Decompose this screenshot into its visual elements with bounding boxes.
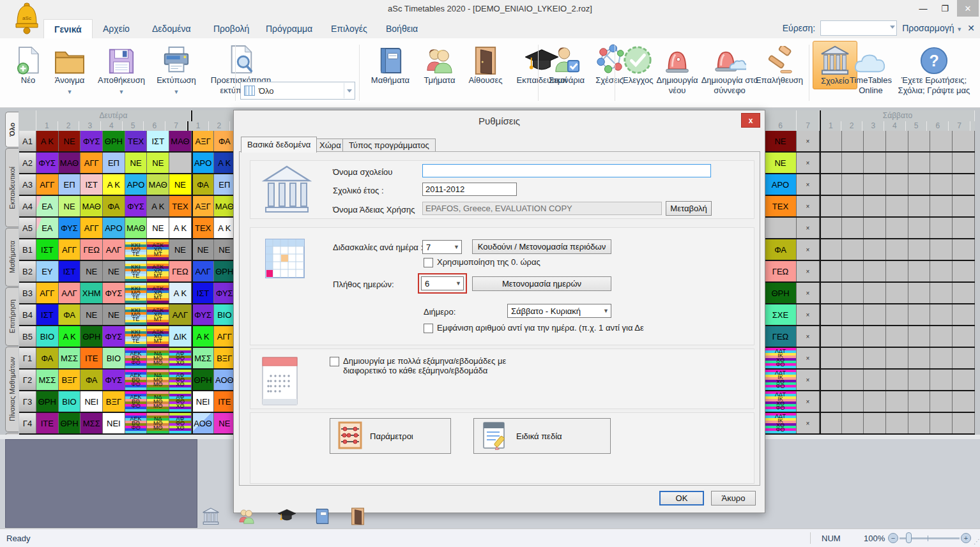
timetable-cell[interactable] bbox=[820, 370, 842, 390]
timetable-cell[interactable]: ΜΣΣ bbox=[36, 370, 59, 390]
save-dropdown-icon[interactable]: ▼ bbox=[119, 87, 125, 97]
timetable-cell[interactable] bbox=[842, 174, 864, 195]
timetable-cell[interactable] bbox=[820, 174, 842, 195]
timetable-cell[interactable] bbox=[820, 196, 842, 216]
timetable-cell[interactable] bbox=[169, 153, 192, 173]
timetable-cell[interactable]: × bbox=[797, 196, 820, 216]
row-header[interactable]: Α4 bbox=[19, 196, 36, 216]
timetable-cell[interactable]: ΝΕΙ bbox=[80, 391, 103, 412]
timetable-cell[interactable] bbox=[908, 326, 931, 347]
timetable-cell[interactable]: ΑΡΟ bbox=[103, 218, 125, 238]
timetable-cell[interactable]: ΜΑΘ bbox=[214, 196, 234, 216]
timetable-cell[interactable] bbox=[930, 348, 953, 368]
timetable-cell[interactable] bbox=[842, 283, 864, 303]
timetable-cell[interactable] bbox=[864, 391, 886, 412]
dialog-tab-basic-data[interactable]: Βασικά δεδομένα bbox=[241, 137, 317, 153]
timetable-cell[interactable] bbox=[908, 174, 931, 195]
tab-options[interactable]: Επιλογές bbox=[321, 19, 378, 38]
tab-help[interactable]: Βοήθεια bbox=[376, 19, 428, 38]
row-header[interactable]: Γ3 bbox=[19, 391, 36, 412]
timetable-cell[interactable]: ΛΔΤΙΚΧΘΦΘ bbox=[765, 391, 797, 412]
timetable-cell[interactable]: ΝΕ bbox=[214, 413, 234, 433]
timetable-cell[interactable]: ΘΡΗ bbox=[36, 391, 59, 412]
verify-button[interactable]: Επαλήθευση bbox=[753, 42, 806, 86]
timetable-cell[interactable]: ΙΤΕ bbox=[36, 413, 59, 433]
timetable-cell[interactable]: ΤΕΧ bbox=[169, 196, 192, 216]
row-header[interactable]: Α2 bbox=[19, 153, 36, 173]
timetable-cell[interactable]: ΚΚΙΜΘΤΕ bbox=[125, 326, 148, 347]
timetable-cell[interactable]: ΦΥΣ bbox=[125, 196, 148, 216]
timetable-cell[interactable]: ΦΥΣ bbox=[103, 370, 125, 390]
timetable-cell[interactable]: ΜΑΘ bbox=[147, 174, 169, 195]
timetable-cell[interactable]: ΑΓΓ bbox=[36, 174, 59, 195]
timetable-cell[interactable] bbox=[864, 261, 886, 281]
timetable-cell[interactable]: ΒΞΓ bbox=[59, 370, 81, 390]
timetable-cell[interactable] bbox=[953, 370, 975, 390]
timetable-cell[interactable] bbox=[908, 153, 931, 173]
timetable-cell[interactable]: ΑΦΦΘΧΘ bbox=[169, 348, 192, 368]
timetable-cell[interactable]: × bbox=[797, 239, 820, 260]
timetable-cell[interactable]: ΚΚΙΜΘΤΕ bbox=[125, 304, 148, 325]
timetable-cell[interactable] bbox=[886, 218, 908, 238]
timetable-cell[interactable] bbox=[953, 348, 975, 368]
timetable-cell[interactable]: ΑΓΓ bbox=[80, 153, 103, 173]
timetable-cell[interactable]: ΑΞΚΧΘΜΤ bbox=[147, 326, 169, 347]
timetable-cell[interactable] bbox=[842, 370, 864, 390]
questions-button[interactable]: ? Έχετε Ερωτήσεις; Σχόλια; Γράψτε μας bbox=[893, 42, 975, 96]
timetable-cell[interactable]: ΒΙΟ bbox=[103, 348, 125, 368]
school-year-input[interactable]: 2011-2012 bbox=[422, 183, 517, 196]
timetable-cell[interactable]: ΦΑ bbox=[103, 196, 125, 216]
timetable-cell[interactable]: ΑΓΓ bbox=[36, 283, 59, 303]
timetable-cell[interactable] bbox=[842, 391, 864, 412]
timetable-cell[interactable]: ΤΕΧ bbox=[765, 196, 797, 216]
timetable-cell[interactable] bbox=[864, 196, 886, 216]
new-button[interactable]: Νέο bbox=[14, 42, 42, 86]
timetable-cell[interactable] bbox=[842, 239, 864, 260]
print-button[interactable]: Εκτύπωση▼ bbox=[151, 42, 202, 97]
timetable-cell[interactable]: ΘΡΗ bbox=[103, 131, 125, 151]
days-count-select[interactable]: 6▼ bbox=[421, 276, 464, 290]
timetable-cell[interactable] bbox=[953, 261, 975, 281]
timetable-cell[interactable] bbox=[953, 239, 975, 260]
cancel-button[interactable]: Άκυρο bbox=[711, 491, 756, 506]
row-header[interactable]: Β3 bbox=[19, 283, 36, 303]
timetable-cell[interactable] bbox=[886, 283, 908, 303]
checkbox-icon[interactable] bbox=[424, 324, 433, 333]
print-dropdown-icon[interactable]: ▼ bbox=[174, 87, 180, 97]
generate-cloud-button[interactable]: Δημιουργία στο σύννεφο bbox=[700, 42, 759, 96]
timetable-cell[interactable]: ΘΡΗ bbox=[214, 261, 234, 281]
timetable-cell[interactable]: ΝΔΜΘΜΘ bbox=[147, 348, 169, 368]
side-tab-subjects[interactable]: Μαθήματα bbox=[5, 228, 19, 287]
timetable-cell[interactable]: ΝΕ bbox=[765, 153, 797, 173]
timetable-cell[interactable] bbox=[864, 413, 886, 433]
view-dropdown-icon[interactable] bbox=[344, 83, 355, 98]
check-button[interactable]: Έλεγχος bbox=[617, 42, 658, 86]
timetable-cell[interactable] bbox=[930, 304, 953, 325]
timetable-cell[interactable]: ΝΕ bbox=[192, 239, 214, 260]
timetable-cell[interactable] bbox=[953, 413, 975, 433]
timetable-cell[interactable]: ΦΑ bbox=[80, 370, 103, 390]
timetable-cell[interactable] bbox=[953, 218, 975, 238]
timetable-cell[interactable]: Α Κ bbox=[169, 283, 192, 303]
row-header[interactable]: Β2 bbox=[19, 261, 36, 281]
timetable-cell[interactable]: ΜΑΘ bbox=[80, 196, 103, 216]
timetable-cell[interactable]: ΙΣΤ bbox=[147, 131, 169, 151]
timetable-cell[interactable]: × bbox=[797, 370, 820, 390]
timetable-cell[interactable]: ΦΑ bbox=[214, 131, 234, 151]
timetable-cell[interactable] bbox=[820, 304, 842, 325]
asc-bell-logo-icon[interactable]: aSc bbox=[13, 2, 41, 36]
timetable-cell[interactable]: ΦΑ bbox=[765, 239, 797, 260]
timetable-cell[interactable]: ΦΥΣ bbox=[103, 283, 125, 303]
timetable-cell[interactable] bbox=[908, 261, 931, 281]
change-license-button[interactable]: Μεταβολή bbox=[666, 201, 712, 216]
timetable-cell[interactable]: × bbox=[797, 413, 820, 433]
customize-button[interactable]: Προσαρμογή ▼ bbox=[902, 23, 962, 33]
timetable-cell[interactable] bbox=[820, 239, 842, 260]
timetable-cell[interactable]: ΝΕ bbox=[80, 261, 103, 281]
timetable-cell[interactable]: ΓΕΩ bbox=[80, 239, 103, 260]
timetable-cell[interactable]: ΑΞΚΧΘΜΤ bbox=[147, 283, 169, 303]
zoom-out-button[interactable]: − bbox=[888, 533, 898, 543]
timetable-cell[interactable]: ΝΔΜΘΜΘ bbox=[147, 413, 169, 433]
timetable-cell[interactable]: ΛΔΤΙΚΧΘΦΘ bbox=[765, 370, 797, 390]
row-header[interactable]: Α1 bbox=[19, 131, 36, 151]
